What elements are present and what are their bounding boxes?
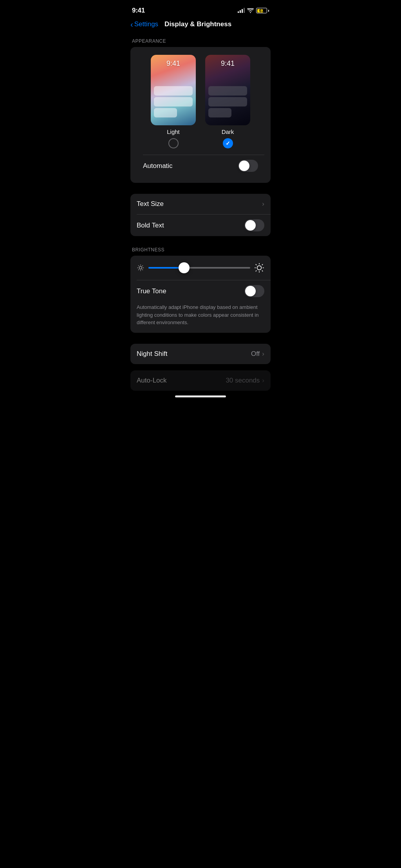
light-mode-radio[interactable] (168, 138, 179, 148)
signal-icon (238, 8, 245, 13)
svg-line-16 (262, 271, 263, 271)
toggle-thumb (239, 161, 249, 171)
night-shift-right: Off › (251, 350, 264, 358)
dark-preview: 9:41 (205, 55, 250, 125)
svg-line-18 (262, 264, 263, 265)
night-shift-card: Night Shift Off › (130, 344, 271, 364)
light-preview: 9:41 (151, 55, 196, 125)
status-time: 9:41 (132, 7, 145, 14)
light-mode-label: Light (167, 128, 180, 135)
true-tone-label: True Tone (137, 287, 166, 295)
brightness-slider-row[interactable] (130, 256, 271, 280)
back-label: Settings (134, 20, 158, 28)
light-preview-time: 9:41 (166, 60, 180, 68)
text-size-chevron-icon: › (262, 200, 264, 208)
nav-header: ‹ Settings Display & Brightness (124, 19, 277, 34)
home-indicator (175, 395, 226, 397)
appearance-options: 9:41 Light 9:41 (137, 55, 264, 148)
svg-line-7 (142, 269, 143, 270)
svg-point-1 (139, 267, 142, 269)
back-chevron-icon: ‹ (130, 20, 133, 28)
bold-text-label: Bold Text (137, 222, 164, 229)
dark-mode-label: Dark (222, 128, 234, 135)
dark-mode-option[interactable]: 9:41 Dark (205, 55, 250, 148)
svg-line-17 (256, 271, 256, 271)
night-shift-row[interactable]: Night Shift Off › (130, 344, 271, 364)
brightness-low-icon (137, 264, 145, 272)
text-size-row[interactable]: Text Size › (130, 194, 271, 214)
brightness-track[interactable] (148, 267, 250, 269)
brightness-high-icon (254, 263, 264, 273)
appearance-section-label: APPEARANCE (124, 38, 277, 47)
auto-lock-chevron-icon: › (262, 377, 264, 384)
svg-point-10 (257, 266, 262, 270)
auto-lock-value: 30 seconds (226, 377, 260, 384)
bold-text-toggle[interactable] (244, 219, 264, 231)
page-title: Display & Brightness (164, 20, 231, 28)
svg-point-0 (250, 12, 251, 13)
night-shift-value: Off (251, 350, 260, 358)
back-button[interactable]: ‹ Settings (130, 20, 158, 28)
true-tone-row: True Tone (130, 280, 271, 302)
toggle-thumb (245, 220, 256, 231)
status-icons: 67 (238, 8, 269, 13)
status-bar: 9:41 67 (124, 0, 277, 19)
auto-lock-card: Auto-Lock 30 seconds › (130, 370, 271, 391)
brightness-card: True Tone Automatically adapt iPhone dis… (130, 256, 271, 333)
night-shift-chevron-icon: › (262, 350, 264, 358)
true-tone-toggle[interactable] (244, 285, 264, 297)
automatic-row: Automatic (137, 155, 264, 177)
text-size-label: Text Size (137, 200, 164, 208)
auto-lock-row[interactable]: Auto-Lock 30 seconds › (130, 370, 271, 391)
svg-line-8 (138, 269, 139, 270)
wifi-icon (247, 8, 254, 13)
svg-line-9 (142, 265, 143, 266)
brightness-section-label: BRIGHTNESS (124, 247, 277, 256)
dark-preview-time: 9:41 (221, 60, 235, 68)
true-tone-description: Automatically adapt iPhone display based… (130, 302, 271, 333)
dark-mode-radio[interactable] (223, 138, 233, 148)
toggle-thumb (245, 286, 256, 296)
battery-icon: 67 (256, 8, 269, 13)
text-card: Text Size › Bold Text (130, 194, 271, 236)
light-mode-option[interactable]: 9:41 Light (151, 55, 196, 148)
appearance-card: 9:41 Light 9:41 (130, 47, 271, 183)
night-shift-label: Night Shift (137, 350, 167, 358)
svg-line-6 (138, 265, 139, 266)
brightness-thumb[interactable] (179, 262, 190, 273)
text-size-right: › (262, 200, 264, 208)
battery-percent: 67 (259, 8, 264, 13)
automatic-toggle[interactable] (238, 160, 258, 172)
bold-text-row: Bold Text (130, 215, 271, 236)
svg-line-15 (256, 264, 256, 265)
auto-lock-right: 30 seconds › (226, 377, 264, 384)
automatic-label: Automatic (143, 162, 173, 170)
auto-lock-label: Auto-Lock (137, 377, 167, 384)
